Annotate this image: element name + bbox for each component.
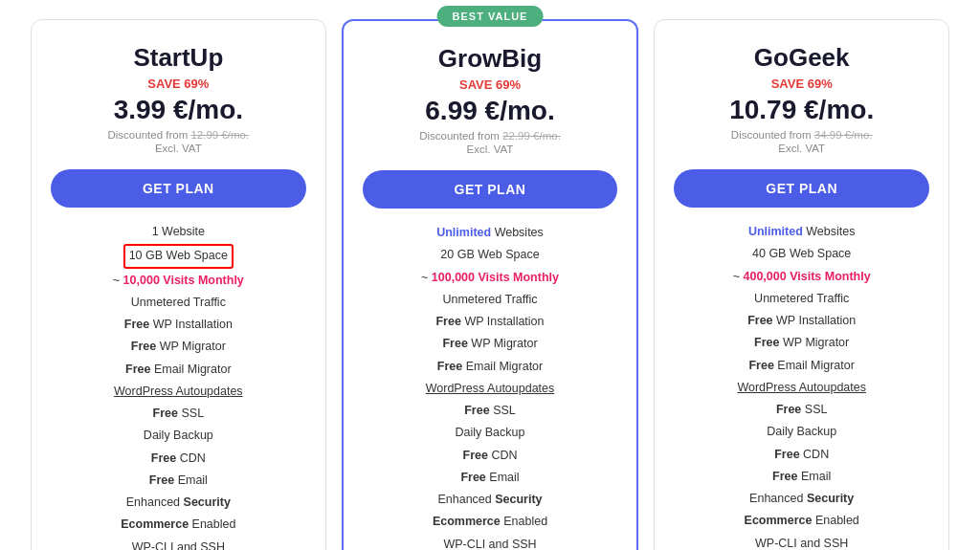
feature-item: Free WP Migrator	[674, 332, 929, 354]
feature-item: Unmetered Traffic	[51, 292, 306, 314]
feature-item: 1 Website	[51, 221, 306, 243]
plan-price: 6.99 €/mo.	[363, 96, 618, 126]
get-plan-button-startup[interactable]: GET PLAN	[51, 169, 306, 208]
feature-item: Enhanced Security	[51, 492, 306, 514]
plan-card-gogeek: GoGeekSAVE 69%10.79 €/mo.Discounted from…	[654, 19, 949, 550]
feature-list: Unlimited Websites20 GB Web Space~ 100,0…	[363, 222, 618, 550]
feature-item: Unmetered Traffic	[363, 289, 618, 311]
feature-item: Ecommerce Enabled	[674, 510, 929, 532]
feature-item: WordPress Autoupdates	[674, 377, 929, 399]
feature-item: Ecommerce Enabled	[51, 514, 306, 536]
feature-item: Free WP Migrator	[51, 336, 306, 358]
price-note: Discounted from 12.99 €/mo.	[51, 129, 306, 141]
feature-item: WP-CLI and SSH	[674, 533, 929, 551]
feature-item: Free CDN	[51, 448, 306, 470]
plan-price: 10.79 €/mo.	[674, 95, 929, 125]
feature-item: Free Email	[363, 467, 618, 489]
feature-item: Daily Backup	[363, 422, 618, 444]
feature-item: Free CDN	[363, 445, 618, 467]
plan-name: StartUp	[51, 43, 306, 73]
feature-item: WordPress Autoupdates	[51, 381, 306, 403]
feature-item: ~ 100,000 Visits Monthly	[363, 267, 618, 289]
feature-item: ~ 10,000 Visits Monthly	[51, 270, 306, 292]
feature-item: Ecommerce Enabled	[363, 511, 618, 533]
feature-item: ~ 400,000 Visits Monthly	[674, 266, 929, 288]
save-badge: SAVE 69%	[363, 77, 618, 92]
feature-item: 10 GB Web Space	[51, 243, 306, 269]
save-badge: SAVE 69%	[51, 77, 306, 91]
feature-item: Free Email Migrator	[674, 355, 929, 377]
plan-card-startup: StartUpSAVE 69%3.99 €/mo.Discounted from…	[31, 19, 326, 550]
feature-item: Unmetered Traffic	[674, 288, 929, 310]
price-note: Discounted from 22.99 €/mo.	[363, 130, 618, 142]
get-plan-button-growbig[interactable]: GET PLAN	[363, 170, 618, 209]
feature-item: Free Email Migrator	[51, 359, 306, 381]
save-badge: SAVE 69%	[674, 77, 929, 91]
plan-card-growbig: BEST VALUEGrowBigSAVE 69%6.99 €/mo.Disco…	[342, 19, 639, 550]
feature-item: Unlimited Websites	[363, 222, 618, 244]
feature-list: Unlimited Websites40 GB Web Space~ 400,0…	[674, 221, 929, 550]
feature-list: 1 Website10 GB Web Space~ 10,000 Visits …	[51, 221, 306, 550]
feature-item: Free WP Migrator	[363, 333, 618, 355]
feature-item: Daily Backup	[51, 425, 306, 447]
excl-vat: Excl. VAT	[51, 143, 306, 154]
feature-item: Free WP Installation	[51, 314, 306, 336]
plan-name: GoGeek	[674, 43, 929, 73]
feature-item: Daily Backup	[674, 421, 929, 443]
price-note: Discounted from 34.99 €/mo.	[674, 129, 929, 141]
feature-item: Enhanced Security	[363, 489, 618, 511]
feature-item: Enhanced Security	[674, 488, 929, 510]
feature-item: Unlimited Websites	[674, 221, 929, 243]
feature-item: Free SSL	[674, 399, 929, 421]
plan-price: 3.99 €/mo.	[51, 95, 306, 125]
feature-item: WP-CLI and SSH	[51, 537, 306, 551]
feature-item: Free Email Migrator	[363, 356, 618, 378]
excl-vat: Excl. VAT	[674, 143, 929, 154]
feature-item: Free WP Installation	[363, 311, 618, 333]
feature-item: Free CDN	[674, 444, 929, 466]
feature-item: Free Email	[51, 470, 306, 492]
best-value-badge: BEST VALUE	[437, 6, 544, 27]
feature-item: Free SSL	[51, 403, 306, 425]
feature-item: 20 GB Web Space	[363, 244, 618, 266]
plan-name: GrowBig	[363, 44, 618, 74]
plans-container: StartUpSAVE 69%3.99 €/mo.Discounted from…	[31, 19, 949, 550]
get-plan-button-gogeek[interactable]: GET PLAN	[674, 169, 929, 208]
feature-item: Free SSL	[363, 400, 618, 422]
feature-item: WP-CLI and SSH	[363, 534, 618, 551]
feature-item: Free WP Installation	[674, 310, 929, 332]
excl-vat: Excl. VAT	[363, 143, 618, 155]
feature-item: WordPress Autoupdates	[363, 378, 618, 400]
feature-item: Free Email	[674, 466, 929, 488]
feature-item: 40 GB Web Space	[674, 243, 929, 265]
